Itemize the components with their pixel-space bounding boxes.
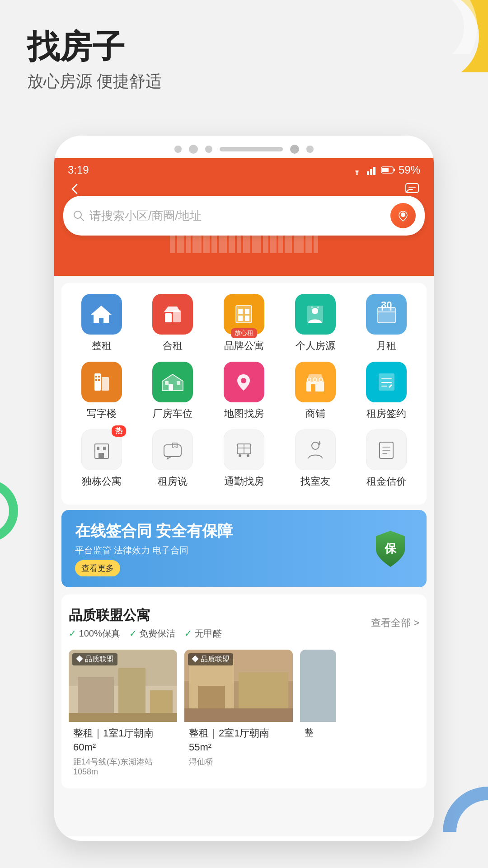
zhengzu-label: 整租: [92, 339, 112, 353]
banner-left: 在线签合同 安全有保障 平台监管 法律效力 电子合同 查看更多: [75, 521, 368, 576]
svg-rect-12: [408, 187, 416, 188]
svg-text:保: 保: [384, 542, 397, 555]
duzhan-label: 独栋公寓: [82, 475, 122, 488]
search-icon: [72, 209, 85, 222]
app-header: 3:19: [54, 158, 434, 276]
menu-item-zufangshuo[interactable]: 租房说: [145, 429, 200, 488]
menu-item-pinpai[interactable]: 放心租 品牌公寓: [217, 294, 271, 353]
svg-rect-46: [311, 384, 315, 392]
svg-rect-7: [373, 167, 375, 175]
badge-clean: 免费保洁: [129, 627, 176, 640]
personal-icon: [303, 302, 328, 327]
svg-rect-37: [98, 376, 100, 377]
tongqin-label: 通勤找房: [224, 475, 264, 488]
banner-subtitle: 平台监管 法律效力 电子合同: [75, 544, 368, 557]
menu-item-geren[interactable]: 个人房源: [288, 294, 343, 353]
qianyue-label: 租房签约: [366, 407, 406, 420]
property-title-2: 整租｜2室1厅朝南55m²: [189, 726, 288, 755]
view-all-link[interactable]: 查看全部 >: [371, 616, 419, 630]
quality-tag-1: ◆ 品质联盟: [72, 653, 117, 665]
battery-icon: [381, 166, 395, 174]
search-box[interactable]: 请搜索小区/商圈/地址: [63, 196, 425, 236]
contract-icon-wrap: [366, 362, 407, 402]
badge-formaldehyde: 无甲醛: [184, 627, 222, 640]
zufangshuo-label: 租房说: [158, 475, 188, 488]
svg-line-15: [80, 217, 84, 221]
menu-grid: 整租 合租: [61, 283, 427, 505]
shangpu-label: 商铺: [305, 407, 325, 420]
page-title: 找房子: [27, 27, 162, 66]
menu-row-3: 热 独栋公寓: [66, 429, 422, 488]
deco-top-right: [416, 0, 488, 72]
svg-point-27: [312, 308, 318, 314]
signal-icon: [367, 165, 378, 175]
svg-rect-56: [103, 447, 106, 450]
location-button[interactable]: [390, 203, 416, 228]
ditu-label: 地图找房: [224, 407, 264, 420]
commute-icon-wrap: [224, 429, 264, 470]
property-card-1[interactable]: ◆ 品质联盟 整租｜1室1厅朝南60m² 距14号线(车)东湖港站1058m: [69, 650, 177, 781]
svg-rect-39: [98, 379, 100, 381]
phone-dot-1: [174, 146, 182, 153]
banner-btn[interactable]: 查看更多: [75, 560, 120, 576]
page-subtitle: 放心房源 便捷舒适: [27, 71, 162, 93]
phone-top-bar: [54, 136, 434, 158]
property-title-3: 整: [305, 726, 332, 739]
house-icon: [89, 302, 114, 327]
chat-house-icon: [161, 439, 184, 461]
deco-left-mid: [0, 475, 32, 547]
phone-dot-2: [189, 145, 198, 154]
menu-row-1: 整租 合租: [66, 294, 422, 353]
menu-item-gujia[interactable]: 租金估价: [359, 429, 413, 488]
estimate-icon: [375, 439, 398, 461]
changfang-label: 厂房车位: [153, 407, 192, 420]
page-header: 找房子 放心房源 便捷舒适: [27, 27, 162, 93]
menu-item-shiyou[interactable]: 找室友: [288, 429, 343, 488]
svg-marker-17: [91, 306, 112, 323]
commute-icon: [233, 439, 255, 461]
brand-apt-icon: [231, 302, 256, 327]
property-addr-2: 浔仙桥: [189, 756, 288, 767]
property-card-3-partial[interactable]: 整: [300, 650, 336, 781]
svg-rect-55: [97, 447, 99, 450]
gujia-label: 租金估价: [366, 475, 406, 488]
menu-item-shangpu[interactable]: 商铺: [288, 362, 343, 420]
menu-item-zhengzu[interactable]: 整租: [75, 294, 129, 353]
xiezilou-label: 写字楼: [87, 407, 117, 420]
menu-row-2: 写字楼 厂房车位: [66, 362, 422, 420]
search-placeholder: 请搜索小区/商圈/地址: [89, 208, 390, 224]
shop-icon: [303, 370, 328, 395]
menu-item-changfang[interactable]: 厂房车位: [145, 362, 200, 420]
svg-rect-84: [184, 708, 293, 722]
svg-rect-36: [95, 376, 97, 377]
menu-item-xiezilou[interactable]: 写字楼: [75, 362, 129, 420]
svg-point-4: [356, 173, 358, 175]
svg-rect-23: [245, 309, 249, 314]
menu-item-ditu[interactable]: 地图找房: [217, 362, 271, 420]
svg-rect-38: [95, 379, 97, 381]
fangxinzu-badge: 放心租: [231, 328, 257, 338]
section-badges: 100%保真 免费保洁 无甲醛: [69, 627, 222, 640]
geren-icon-wrap: [295, 294, 336, 335]
svg-rect-9: [382, 168, 389, 172]
office-icon: [89, 370, 114, 395]
svg-rect-29: [317, 307, 319, 308]
svg-rect-13: [408, 189, 413, 190]
svg-point-44: [241, 378, 246, 383]
banner[interactable]: 在线签合同 安全有保障 平台监管 法律效力 电子合同 查看更多 保: [61, 510, 427, 587]
property-card-2[interactable]: ◆ 品质联盟 整租｜2室1厅朝南55m² 浔仙桥: [184, 650, 293, 781]
menu-item-qianyue[interactable]: 租房签约: [359, 362, 413, 420]
section-header: 品质联盟公寓 100%保真 免费保洁 无甲醛 查看全部 >: [69, 602, 419, 644]
menu-item-duzhan[interactable]: 热 独栋公寓: [75, 429, 129, 488]
zhengzu-icon-wrap: [81, 294, 122, 335]
menu-item-hezu[interactable]: 合租: [145, 294, 200, 353]
estimate-icon-wrap: [366, 429, 407, 470]
menu-item-yuzu[interactable]: 30 月租: [359, 294, 413, 353]
menu-item-tongqin[interactable]: 通勤找房: [217, 429, 271, 488]
shop-icon-wrap: [295, 362, 336, 402]
property-img-1: ◆ 品质联盟: [69, 650, 177, 722]
svg-rect-57: [99, 453, 104, 458]
property-img-2: ◆ 品质联盟: [184, 650, 293, 722]
hezu-icon-wrap: [152, 294, 193, 335]
apartment-icon-wrap: 热: [81, 429, 122, 470]
